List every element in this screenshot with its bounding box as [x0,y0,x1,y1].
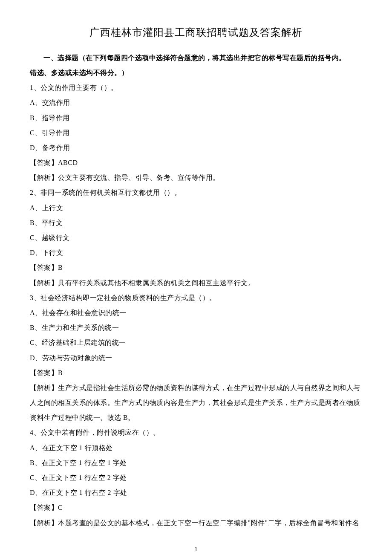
q2-option-d: D、下行文 [30,245,362,260]
q2-option-b: B、平行文 [30,215,362,230]
page-number: 1 [30,543,362,555]
section-header-line1: 一、选择题（在下列每题四个选项中选择符合题意的，将其选出并把它的标号写在题后的括… [30,50,362,65]
q1-analysis: 【解析】公文主要有交流、指导、引导、备考、宣传等作用。 [30,170,362,185]
q4-option-c: C、在正文下空 1 行左空 2 字处 [30,470,362,485]
q3-analysis: 【解析】生产方式是指社会生活所必需的物质资料的谋得方式，在生产过程中形成的人与自… [30,380,362,425]
q4-option-b: B、在正文下空 1 行左空 1 字处 [30,455,362,470]
q1-stem: 1、公文的作用主要有（）。 [30,80,362,95]
q3-option-b: B、生产力和生产关系的统一 [30,320,362,335]
q1-option-a: A、交流作用 [30,95,362,110]
q4-answer: 【答案】C [30,500,362,515]
q1-answer: 【答案】ABCD [30,155,362,170]
q2-analysis: 【解析】具有平行关系或其他不相隶属关系的机关之间相互主送平行文。 [30,275,362,290]
q3-answer: 【答案】B [30,365,362,380]
q3-option-c: C、经济基础和上层建筑的统一 [30,335,362,350]
q2-option-a: A、上行文 [30,200,362,215]
q4-stem: 4、公文中若有附件，附件说明应在（）。 [30,425,362,440]
q4-option-a: A、在正文下空 1 行顶格处 [30,440,362,455]
q3-option-d: D、劳动与劳动对象的统一 [30,350,362,365]
q3-stem: 3、社会经济结构即一定社会的物质资料的生产方式是（）。 [30,290,362,305]
document-title: 广西桂林市灌阳县工商联招聘试题及答案解析 [30,21,362,44]
q4-analysis: 【解析】本题考查的是公文的基本格式，在正文下空一行左空二字编排"附件"二字，后标… [30,515,362,530]
q3-option-a: A、社会存在和社会意识的统一 [30,305,362,320]
q4-option-d: D、在正文下空 1 行右空 2 字处 [30,485,362,500]
q2-answer: 【答案】B [30,260,362,275]
q1-option-b: B、指导作用 [30,110,362,125]
q2-option-c: C、越级行文 [30,230,362,245]
section-header-line2: 错选、多选或未选均不得分。） [30,65,362,80]
q1-option-c: C、引导作用 [30,125,362,140]
q2-stem: 2、非同一系统的任何机关相互行文都使用（）。 [30,185,362,200]
q1-option-d: D、备考作用 [30,140,362,155]
